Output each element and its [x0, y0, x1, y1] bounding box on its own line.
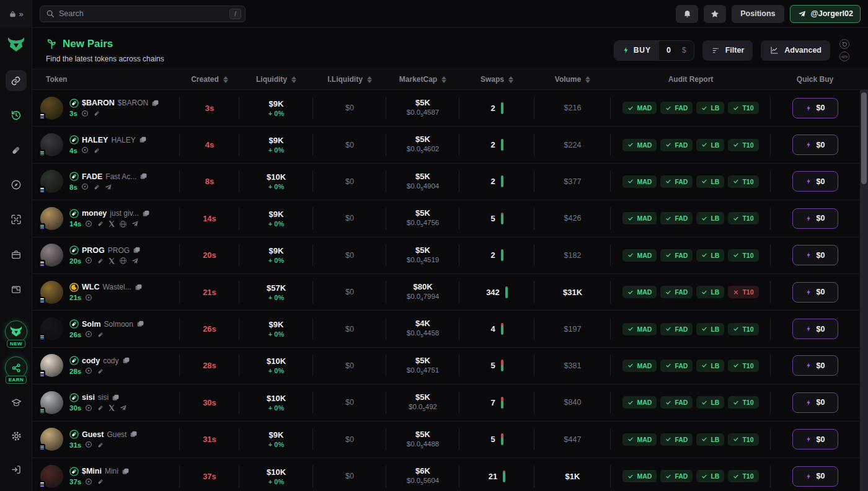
quick-buy-button[interactable]: $0: [792, 98, 838, 118]
table-row[interactable]: $BARON$BARON3s3s$9K+ 0%$0$5K$0.0545872$2…: [32, 90, 859, 126]
x-twitter-icon[interactable]: [108, 220, 115, 228]
token-cell[interactable]: sisisisi30s: [32, 384, 180, 420]
token-cell[interactable]: $MiniMini37s: [32, 458, 180, 491]
sort-icon[interactable]: [585, 76, 590, 83]
sidebar-collapse[interactable]: »: [0, 0, 32, 28]
token-search-icon[interactable]: [85, 478, 93, 486]
column-header-marketcap[interactable]: MarketCap: [386, 75, 459, 84]
column-header-liquidity[interactable]: Liquidity: [239, 75, 313, 84]
table-row[interactable]: FADEFast Ac...8s8s$10K+ 0%$0$5K$0.054904…: [32, 164, 859, 200]
copy-address-icon[interactable]: [130, 430, 138, 438]
sidebar-item-academy[interactable]: [6, 392, 27, 413]
token-search-icon[interactable]: [81, 183, 89, 191]
table-row[interactable]: $MiniMini37s37s$10K+ 0%$0$6K$0.05560421$…: [32, 458, 859, 491]
pumpfun-link-icon[interactable]: [97, 220, 104, 228]
sort-icon[interactable]: [223, 76, 228, 83]
sort-icon[interactable]: [291, 76, 296, 83]
code-icon[interactable]: </>: [839, 51, 849, 61]
token-search-icon[interactable]: [81, 146, 89, 154]
table-row[interactable]: PROGPROG20s20s$9K+ 0%$0$5K$0.0545192$182…: [32, 237, 859, 274]
token-cell[interactable]: codycody28s: [32, 348, 180, 384]
token-cell[interactable]: $BARON$BARON3s: [32, 90, 180, 126]
x-twitter-icon[interactable]: [108, 404, 115, 412]
sidebar-item-earn[interactable]: EARN: [4, 356, 28, 379]
copy-address-icon[interactable]: [135, 283, 143, 291]
copy-address-icon[interactable]: [151, 99, 159, 107]
table-row[interactable]: HALEYHALEY4s4s$9K+ 0%$0$5K$0.0546022$224…: [32, 126, 859, 163]
table-row[interactable]: SolmSolmoon26s26s$9K+ 0%$0$4K$0.0544584$…: [32, 311, 859, 347]
telegram-link-icon[interactable]: [131, 220, 139, 228]
copy-address-icon[interactable]: [139, 136, 147, 144]
copy-address-icon[interactable]: [140, 172, 148, 180]
sidebar-item-pairs[interactable]: [6, 70, 27, 91]
copy-address-icon[interactable]: [133, 246, 141, 254]
sidebar-item-logout[interactable]: [6, 459, 27, 480]
quick-buy-button[interactable]: $0: [792, 208, 838, 229]
expand-sidebar-icon[interactable]: »: [19, 9, 22, 19]
search-input[interactable]: [59, 9, 225, 18]
copy-address-icon[interactable]: [142, 210, 150, 218]
token-search-icon[interactable]: [85, 367, 93, 375]
filter-button[interactable]: Filter: [702, 40, 753, 61]
positions-button[interactable]: Positions: [732, 5, 784, 23]
pumpfun-link-icon[interactable]: [97, 368, 104, 375]
token-search-icon[interactable]: [85, 294, 93, 302]
token-cell[interactable]: GuestGuest31s: [32, 422, 180, 458]
token-cell[interactable]: PROGPROG20s: [32, 237, 180, 273]
token-cell[interactable]: HALEYHALEY4s: [32, 126, 180, 162]
pumpfun-link-icon[interactable]: [97, 257, 104, 265]
token-cell[interactable]: moneyjust giv...14s: [32, 200, 180, 236]
copy-address-icon[interactable]: [112, 394, 120, 402]
telegram-link-icon[interactable]: [131, 257, 139, 265]
sort-icon[interactable]: [441, 76, 446, 83]
website-globe-icon[interactable]: [119, 220, 127, 228]
column-header-i-liquidity[interactable]: I.Liquidity: [313, 75, 386, 84]
copy-address-icon[interactable]: [136, 320, 144, 328]
token-search-icon[interactable]: [85, 220, 93, 228]
telegram-link-icon[interactable]: [104, 184, 112, 191]
quick-buy-button[interactable]: $0: [792, 355, 838, 376]
table-row[interactable]: WLCWastel...21s21s$57K+ 0%$0$80K$0.04799…: [32, 274, 859, 311]
notifications-button[interactable]: [676, 5, 698, 23]
copy-address-icon[interactable]: [122, 467, 130, 476]
copy-address-icon[interactable]: [122, 356, 130, 365]
pumpfun-link-icon[interactable]: [97, 404, 104, 412]
quick-buy-button[interactable]: $0: [792, 171, 838, 192]
scrollbar-thumb[interactable]: [861, 92, 867, 184]
favorites-button[interactable]: [704, 5, 726, 23]
pumpfun-link-icon[interactable]: [93, 110, 100, 117]
quick-buy-button[interactable]: $0: [792, 245, 838, 265]
quick-buy-button[interactable]: $0: [792, 282, 838, 303]
pumpfun-link-icon[interactable]: [97, 331, 104, 338]
website-globe-icon[interactable]: [119, 257, 127, 265]
sidebar-item-discover[interactable]: [6, 174, 27, 195]
table-row[interactable]: sisisisi30s30s$10K+ 0%$0$5K$0.054927$840…: [32, 384, 859, 421]
pumpfun-link-icon[interactable]: [97, 478, 104, 485]
sidebar-item-settings[interactable]: [6, 425, 27, 446]
account-button[interactable]: @JorgerI02: [790, 5, 861, 23]
quick-buy-button[interactable]: $0: [792, 135, 838, 155]
token-cell[interactable]: WLCWastel...21s: [32, 274, 180, 310]
table-row[interactable]: codycody28s28s$10K+ 0%$0$5K$0.0547515$38…: [32, 348, 859, 384]
app-logo[interactable]: [0, 37, 32, 53]
quick-buy-button[interactable]: $0: [792, 392, 838, 413]
x-twitter-icon[interactable]: [108, 257, 115, 265]
table-row[interactable]: GuestGuest31s31s$9K+ 0%$0$5K$0.0544885$4…: [32, 422, 859, 458]
quick-buy-button[interactable]: $0: [792, 319, 838, 339]
quick-buy-button[interactable]: $0: [792, 429, 838, 449]
token-search-icon[interactable]: [85, 404, 93, 412]
token-search-icon[interactable]: [85, 441, 93, 449]
token-cell[interactable]: FADEFast Ac...8s: [32, 164, 180, 200]
sort-icon[interactable]: [508, 76, 513, 83]
column-header-swaps[interactable]: Swaps: [459, 75, 534, 84]
sidebar-item-new-pairs[interactable]: [6, 105, 27, 126]
refresh-icon[interactable]: [839, 39, 849, 49]
pumpfun-link-icon[interactable]: [93, 184, 100, 191]
sort-icon[interactable]: [367, 76, 372, 83]
quick-buy-button[interactable]: $0: [792, 466, 838, 487]
telegram-link-icon[interactable]: [119, 404, 127, 412]
column-header-volume[interactable]: Volume: [534, 75, 611, 84]
search-box[interactable]: /: [40, 6, 246, 22]
buy-amount-input[interactable]: 0 $: [659, 41, 694, 60]
token-search-icon[interactable]: [85, 257, 93, 265]
